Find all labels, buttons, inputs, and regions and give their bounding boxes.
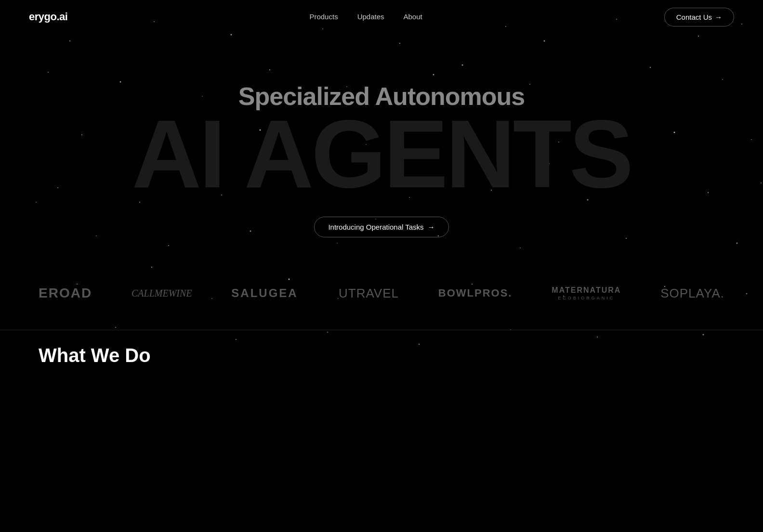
logo-eroad: EROAD [39, 285, 92, 301]
logo-bowlpros: BOWLPROS. [438, 287, 513, 299]
logo-salugea: SALUGEA [231, 286, 298, 300]
logo[interactable]: erygo.ai [29, 11, 67, 23]
contact-us-label: Contact Us [676, 13, 712, 21]
nav-item-updates: Updates [357, 13, 384, 21]
logos-section: EROAD Callmewine SALUGEA • Utravel BOWLP… [0, 266, 763, 330]
hero-cta-arrow: → [428, 223, 435, 231]
logo-utravel: • Utravel [338, 286, 399, 301]
nav-item-about: About [404, 13, 422, 21]
nav-link-updates[interactable]: Updates [357, 13, 384, 21]
logo-maternatura: MATERNATURA ECOBIORGANIC [552, 285, 621, 301]
nav-link-products[interactable]: Products [309, 13, 338, 21]
hero-section: Specialized Autonomous AI AGENTS Introdu… [0, 34, 763, 266]
nav-links: Products Updates About [309, 13, 422, 21]
navbar: erygo.ai Products Updates About Contact … [0, 0, 763, 34]
logo-callmewine: Callmewine [132, 288, 192, 299]
what-we-do-title: What We Do [39, 330, 724, 366]
logo-soplaya: Soplaya. [660, 286, 724, 301]
hero-cta-label: Introducing Operational Tasks [328, 223, 423, 231]
nav-link-about[interactable]: About [404, 13, 422, 21]
contact-us-button[interactable]: Contact Us → [664, 8, 734, 26]
what-we-do-section: What We Do [0, 330, 763, 386]
hero-title-big: AI AGENTS [0, 106, 763, 202]
hero-cta-button[interactable]: Introducing Operational Tasks → [314, 217, 448, 237]
nav-item-products: Products [309, 13, 338, 21]
contact-us-arrow: → [715, 13, 722, 21]
